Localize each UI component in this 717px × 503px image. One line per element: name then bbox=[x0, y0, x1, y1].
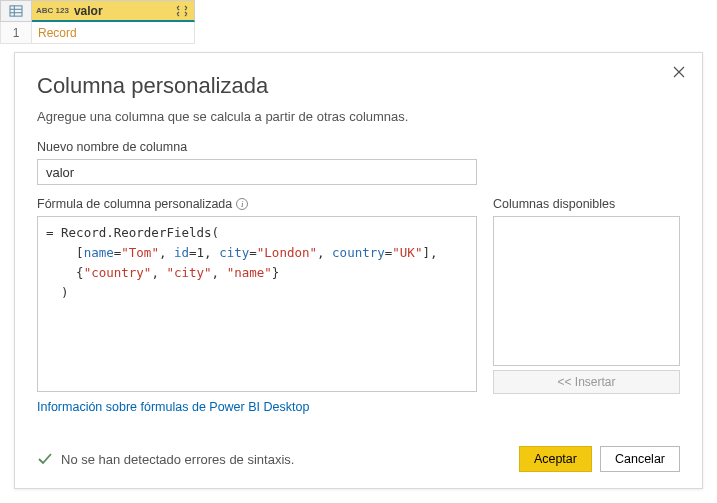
custom-column-dialog: Columna personalizada Agregue una column… bbox=[14, 52, 703, 489]
table-icon[interactable] bbox=[0, 0, 32, 22]
formula-editor[interactable]: = Record.ReorderFields( [name="Tom", id=… bbox=[37, 216, 477, 392]
expand-icon[interactable] bbox=[174, 3, 190, 19]
insert-button: << Insertar bbox=[493, 370, 680, 394]
ok-button[interactable]: Aceptar bbox=[519, 446, 592, 472]
cancel-button[interactable]: Cancelar bbox=[600, 446, 680, 472]
formula-label-text: Fórmula de columna personalizada bbox=[37, 197, 232, 211]
svg-rect-0 bbox=[10, 6, 22, 16]
syntax-status: No se han detectado errores de sintaxis. bbox=[37, 451, 294, 467]
available-columns-label: Columnas disponibles bbox=[493, 197, 680, 211]
help-link[interactable]: Información sobre fórmulas de Power BI D… bbox=[37, 400, 477, 414]
row-number: 1 bbox=[0, 22, 32, 44]
close-icon[interactable] bbox=[670, 63, 688, 81]
status-text: No se han detectado errores de sintaxis. bbox=[61, 452, 294, 467]
table-row[interactable]: 1 Record bbox=[0, 22, 195, 44]
formula-label: Fórmula de columna personalizada i bbox=[37, 197, 477, 211]
column-name-input[interactable] bbox=[37, 159, 477, 185]
dialog-title: Columna personalizada bbox=[37, 73, 680, 99]
dialog-subtitle: Agregue una columna que se calcula a par… bbox=[37, 109, 680, 124]
column-header-valor[interactable]: ABC 123 valor bbox=[32, 0, 195, 22]
check-icon bbox=[37, 451, 53, 467]
available-columns-list[interactable] bbox=[493, 216, 680, 366]
column-name: valor bbox=[74, 4, 174, 18]
query-grid: ABC 123 valor 1 Record bbox=[0, 0, 195, 44]
cell-record-link[interactable]: Record bbox=[32, 22, 195, 44]
grid-header-row: ABC 123 valor bbox=[0, 0, 195, 22]
info-icon[interactable]: i bbox=[236, 198, 248, 210]
datatype-icon: ABC 123 bbox=[36, 7, 69, 14]
name-label: Nuevo nombre de columna bbox=[37, 140, 680, 154]
